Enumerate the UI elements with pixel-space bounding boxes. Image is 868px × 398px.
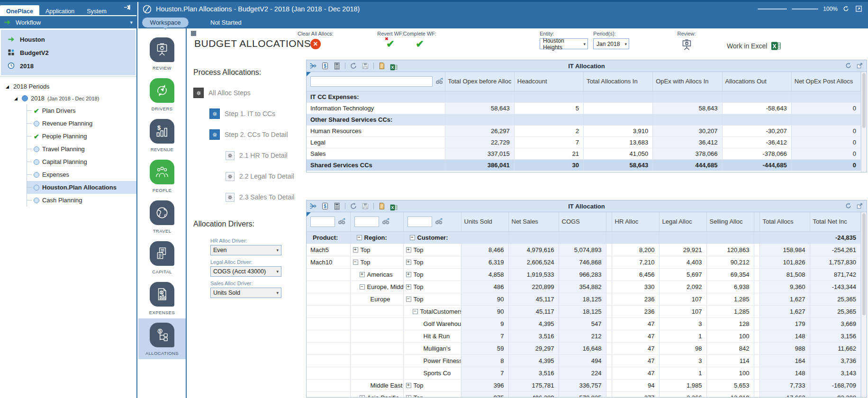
cell[interactable]: 220,899 [508,280,559,293]
scrollbar-thumb[interactable] [862,213,866,315]
grid-expand-icon[interactable] [856,62,864,70]
product-cell[interactable] [307,330,350,342]
cell[interactable]: 236 [612,293,659,305]
cell[interactable]: 16,648 [559,342,606,354]
cell[interactable]: 100 [706,367,754,379]
cell[interactable]: 7,733 [760,379,810,391]
cell[interactable]: 7 [514,136,583,148]
cell[interactable]: -444,685 [722,159,791,171]
excel-export-icon[interactable]: X [390,202,398,210]
cell[interactable] [445,91,514,102]
search-binoculars-icon[interactable] [434,218,443,225]
region-cell[interactable] [350,330,403,342]
cell[interactable]: 9 [461,317,508,330]
cell[interactable]: 18,125 [559,305,606,317]
cell[interactable]: 746,868 [559,256,606,268]
cell[interactable]: 58,643 [653,102,722,114]
cell[interactable]: 236 [612,305,659,317]
customer-cell[interactable]: +Top [403,268,461,280]
cell[interactable]: 30 [514,159,583,171]
region-cell[interactable] [350,317,403,330]
cell[interactable]: 3,156 [810,330,861,342]
tree-item-cash-planning[interactable]: Cash Planning [27,194,136,207]
collapse-icon[interactable]: − [413,309,418,314]
cell[interactable]: 966,283 [559,268,606,280]
cell[interactable]: 17,662 [760,391,810,397]
cell[interactable]: 8,466 [461,244,508,256]
cell[interactable]: 4,395 [508,354,559,367]
search-binoculars-icon[interactable] [381,218,390,225]
periods-select[interactable]: Jan 2018 ▾ [593,38,629,49]
cell[interactable]: 842 [706,342,754,354]
cell[interactable]: 148 [760,330,810,342]
cell[interactable]: 3,736 [810,354,861,367]
expand-icon[interactable]: + [353,247,358,253]
collapse-icon[interactable]: − [353,260,358,265]
cell[interactable]: -30,207 [722,125,791,136]
expand-icon[interactable]: + [406,383,411,388]
collapse-icon[interactable]: − [410,235,415,240]
process-step-2-1-hr-to-detail[interactable]: 2.1 HR To Detail [193,145,305,166]
cell[interactable]: 337,015 [445,148,514,159]
cell[interactable]: 29,297 [508,342,559,354]
cell[interactable]: 45,117 [508,305,559,317]
select-all-corner[interactable] [307,72,311,76]
nav-item-revenue[interactable]: $REVENUE [138,115,186,155]
cell[interactable]: 148 [760,367,810,379]
cell[interactable] [791,91,860,102]
cell[interactable]: 45,117 [508,293,559,305]
customer-cell[interactable]: Hit & Run [403,330,461,342]
region-cell[interactable]: −Europe, Middl [350,280,403,293]
process-step-2-2-legal-to-detail[interactable]: 2.2 Legal To Detail [193,166,305,187]
cell[interactable] [445,114,514,125]
cell[interactable] [791,114,860,125]
cell[interactable]: 21 [514,148,583,159]
region-cell[interactable] [350,354,403,367]
expand-icon[interactable]: + [406,395,411,398]
cell[interactable]: 5,074,893 [559,244,606,256]
cell[interactable]: 7 [461,367,508,379]
cell[interactable]: 4,858 [461,268,508,280]
tree-item-people-planning[interactable]: ✔People Planning [27,130,136,143]
cell[interactable]: 13,919 [706,391,754,397]
cell[interactable]: 90 [461,305,508,317]
region-cell[interactable] [350,367,403,379]
cell[interactable]: -92,208 [810,391,861,397]
expand-icon[interactable]: + [406,247,411,253]
review-button[interactable] [681,39,692,50]
cell[interactable]: 354,882 [559,280,606,293]
cell[interactable]: 6,456 [612,268,659,280]
region-cell[interactable]: −Top [350,256,403,268]
expander-icon[interactable]: ◢ [14,96,19,101]
context-item-2018[interactable]: 2018 [1,59,136,72]
cell[interactable]: 6,319 [461,256,508,268]
zoom-slider-track[interactable] [792,9,818,9]
cell[interactable]: 98 [659,342,706,354]
vertical-scrollbar[interactable] [861,72,867,172]
product-cell[interactable]: Mach5 [307,244,350,256]
zoom-slider-track[interactable] [758,9,787,9]
expand-icon[interactable]: + [406,260,411,265]
cell[interactable]: 386,041 [445,159,514,171]
nav-item-allocations[interactable]: $ALLOCATIONS [138,318,186,359]
complete-wf-button[interactable]: ✔ [416,39,424,49]
process-step-2-3-sales-to-detail[interactable]: 2.3 Sales To Detail [193,187,305,208]
cell[interactable]: 224 [559,367,606,379]
cell[interactable]: 570,835 [559,391,606,397]
nav-item-travel[interactable]: TRAVEL [138,196,186,237]
cell[interactable]: 3,516 [508,367,559,379]
cell[interactable]: -58,643 [722,102,791,114]
excel-export-icon[interactable]: X [390,62,398,70]
tree-item-travel-planning[interactable]: Travel Planning [27,143,136,155]
revert-wf-button[interactable]: ✖✔ [386,39,395,49]
tree-item-plan-drivers[interactable]: ✔Plan Drivers [27,104,136,117]
cell[interactable]: 5,697 [659,268,706,280]
collapse-icon[interactable]: − [360,284,365,289]
calculate-icon[interactable] [333,202,341,210]
cell[interactable]: 114 [706,354,754,367]
product-cell[interactable]: Mach10 [307,256,350,268]
cell[interactable]: 47 [612,342,659,354]
search-binoculars-icon[interactable] [337,218,346,225]
region-cell[interactable] [350,342,403,354]
vertical-scrollbar[interactable] [861,212,867,397]
